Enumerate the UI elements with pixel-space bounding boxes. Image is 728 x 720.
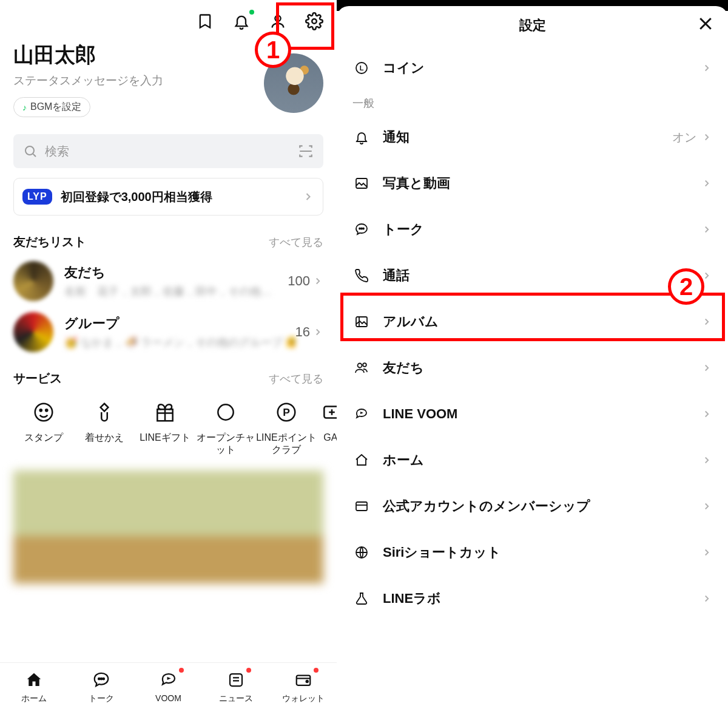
tab-label: トーク: [89, 693, 114, 704]
tab-label: ホーム: [21, 693, 47, 704]
service-label: LINEギフト: [140, 432, 190, 444]
group-avatar: [13, 312, 53, 352]
profile-status[interactable]: ステータスメッセージを入力: [13, 73, 264, 89]
bookmark-icon[interactable]: [195, 11, 215, 32]
svg-rect-7: [218, 404, 233, 419]
svg-point-22: [363, 228, 364, 229]
home-icon: [352, 453, 371, 467]
home-icon: [25, 669, 43, 691]
tab-news[interactable]: ニュース: [202, 669, 269, 704]
gift-icon: [153, 398, 177, 427]
chevron-right-icon: [701, 178, 712, 189]
settings-row-siri[interactable]: Siriショートカット: [337, 529, 728, 576]
settings-row-coin[interactable]: L コイン: [337, 45, 728, 91]
list-item-count: 16: [295, 324, 310, 340]
list-item[interactable]: グループ 🥳 なかま，🍜 ラーメン，その他のグループ 🤗… 16: [0, 301, 337, 352]
chevron-right-icon: [701, 593, 712, 604]
lyp-badge: LYP: [22, 189, 52, 205]
tab-home[interactable]: ホーム: [0, 669, 67, 704]
list-item-count: 100: [288, 273, 310, 289]
services-title: サービス: [13, 370, 62, 387]
row-label: ホーム: [383, 451, 424, 469]
friends-see-all[interactable]: すべて見る: [269, 235, 323, 250]
settings-row-talk[interactable]: トーク: [337, 206, 728, 253]
services-grid[interactable]: スタンプ 着せかえ LINEギフト オープンチャット P LINEポイントクラブ…: [0, 387, 337, 456]
row-label: 通知: [383, 128, 410, 146]
svg-point-13: [103, 678, 104, 680]
row-label: コイン: [383, 59, 425, 77]
tab-label: ウォレット: [282, 693, 325, 704]
settings-row-notification[interactable]: 通知 オン: [337, 114, 728, 160]
flask-icon: [352, 591, 371, 606]
close-icon[interactable]: [696, 15, 715, 33]
chevron-right-icon: [302, 191, 314, 203]
chat-icon: [352, 222, 371, 237]
row-label: LINE VOOM: [383, 406, 457, 422]
list-item[interactable]: 友だち 名前 花子，太郎，佐藤，田中，その他… 100: [0, 250, 337, 301]
settings-sheet: 設定 L コイン 一般 通知 オン 写真と動画: [337, 6, 728, 720]
settings-row-labs[interactable]: LINEラボ: [337, 576, 728, 622]
friends-avatar: [13, 261, 53, 301]
service-stamp[interactable]: スタンプ: [13, 398, 74, 456]
services-section-header: サービス すべて見る: [0, 352, 337, 387]
smiley-icon: [32, 398, 55, 427]
badge-dot-icon: [246, 668, 251, 673]
settings-row-membership[interactable]: 公式アカウントのメンバーシップ: [337, 483, 728, 529]
svg-rect-19: [356, 178, 367, 188]
settings-header: 設定: [337, 6, 728, 45]
chevron-right-icon: [312, 276, 323, 287]
service-openchat[interactable]: オープンチャット: [195, 398, 256, 456]
settings-row-photos[interactable]: 写真と動画: [337, 160, 728, 206]
chevron-right-icon: [701, 547, 712, 558]
settings-row-home[interactable]: ホーム: [337, 437, 728, 483]
svg-text:P: P: [283, 406, 290, 418]
scan-icon[interactable]: [298, 143, 314, 159]
lyp-banner[interactable]: LYP 初回登録で3,000円相当獲得: [13, 178, 323, 216]
tab-talk[interactable]: トーク: [67, 669, 135, 704]
home-screen: 1 山田太郎 ステータスメッセージを入力 ♪ BGMを設定 検索: [0, 0, 337, 720]
phone-icon: [352, 268, 371, 283]
chevron-right-icon: [701, 362, 712, 373]
bell-icon: [352, 130, 371, 144]
chevron-right-icon: [701, 132, 712, 143]
settings-screen: 2 設定 L コイン 一般 通知 オン 写真と動画: [337, 0, 728, 720]
svg-point-21: [361, 228, 362, 229]
tab-wallet[interactable]: ウォレット: [269, 669, 337, 704]
list-item-sub: 名前 花子，太郎，佐藤，田中，その他…: [64, 284, 288, 299]
friends-icon: [352, 361, 371, 375]
svg-rect-14: [230, 674, 242, 686]
tab-voom[interactable]: VOOM: [135, 669, 202, 703]
service-label: オープンチャット: [195, 432, 256, 456]
badge-dot-icon: [314, 668, 318, 673]
siri-icon: [352, 545, 371, 560]
settings-row-friends[interactable]: 友だち: [337, 345, 728, 391]
voom-icon: [352, 407, 371, 421]
services-see-all[interactable]: すべて見る: [269, 372, 323, 386]
row-label: LINEラボ: [383, 589, 441, 608]
list-item-sub: 🥳 なかま，🍜 ラーメン，その他のグループ 🤗…: [64, 335, 295, 350]
section-label-general: 一般: [337, 91, 728, 114]
chevron-right-icon: [701, 455, 712, 466]
promo-banner[interactable]: [13, 470, 323, 583]
row-label: 通話: [383, 267, 410, 285]
chevron-right-icon: [701, 63, 712, 73]
settings-list[interactable]: L コイン 一般 通知 オン 写真と動画 トーク: [337, 45, 728, 720]
svg-text:L: L: [360, 64, 364, 72]
service-theme[interactable]: 着せかえ: [74, 398, 135, 456]
row-label: トーク: [383, 220, 424, 239]
settings-row-voom[interactable]: LINE VOOM: [337, 391, 728, 437]
openchat-icon: [214, 398, 237, 427]
search-input[interactable]: 検索: [13, 134, 323, 168]
svg-point-11: [98, 678, 100, 680]
list-item-title: グループ: [64, 314, 295, 333]
badge-dot-icon: [179, 668, 184, 673]
service-gift[interactable]: LINEギフト: [135, 398, 195, 456]
settings-title: 設定: [519, 16, 546, 35]
bell-icon[interactable]: [231, 11, 252, 32]
annotation-box-2: [340, 293, 725, 341]
bgm-label: BGMを設定: [30, 101, 81, 114]
service-point[interactable]: P LINEポイントクラブ: [256, 398, 317, 456]
svg-rect-26: [356, 502, 367, 511]
bgm-chip[interactable]: ♪ BGMを設定: [13, 97, 90, 117]
notification-dot-icon: [249, 10, 254, 15]
